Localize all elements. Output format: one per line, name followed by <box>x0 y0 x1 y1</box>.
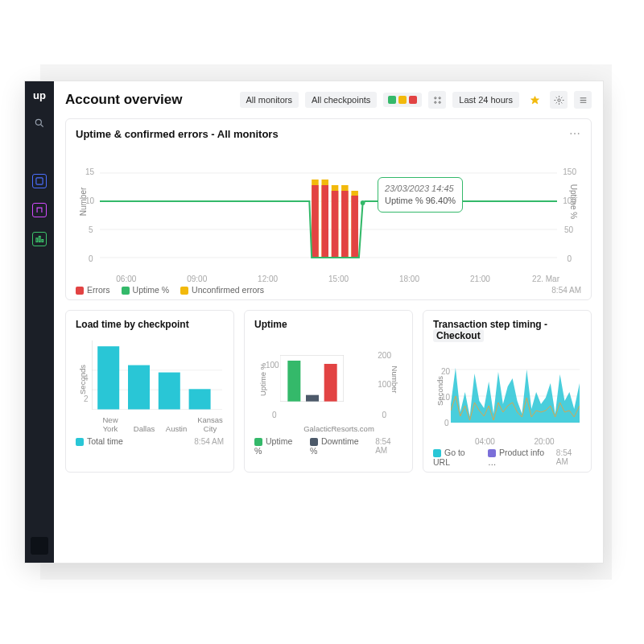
svg-line-1 <box>41 125 43 127</box>
nav-monitors-icon[interactable] <box>32 174 47 188</box>
svg-rect-41 <box>324 364 337 402</box>
svg-point-29 <box>361 200 365 205</box>
legend-total-time: Total time <box>76 436 123 446</box>
svg-rect-24 <box>332 191 339 258</box>
svg-point-7 <box>439 97 440 98</box>
legend-uptime: Uptime % <box>122 285 170 295</box>
svg-marker-10 <box>530 96 539 103</box>
svg-rect-20 <box>312 185 319 258</box>
svg-rect-34 <box>97 346 119 409</box>
panel-load-time: Load time by checkpoint Seconds 4 2 <box>65 310 234 473</box>
svg-point-8 <box>435 101 436 103</box>
status-swatch-red <box>409 96 417 104</box>
uptime-mini-chart[interactable]: Uptime % Number 100 0 200 100 0 <box>254 336 402 433</box>
header: Account overview All monitors All checkp… <box>54 81 603 118</box>
panel-menu-icon[interactable]: ⋯ <box>569 127 581 140</box>
legend-downtime-pct: Downtime % <box>310 436 364 456</box>
load-time-chart[interactable]: Seconds 4 2 <box>76 336 224 433</box>
search-icon[interactable] <box>32 116 47 130</box>
status-swatch-yellow <box>398 96 407 104</box>
settings-button[interactable] <box>550 91 568 109</box>
svg-rect-4 <box>39 237 40 242</box>
panel-timestamp: 8:54 AM <box>551 286 581 295</box>
uptime-errors-chart[interactable]: Number Uptime % 0 5 10 15 0 50 100 150 <box>76 145 581 282</box>
grid-view-button[interactable] <box>428 91 446 109</box>
panel-title: Uptime <box>254 319 402 330</box>
svg-point-6 <box>435 97 436 98</box>
svg-rect-37 <box>189 390 211 410</box>
panel-title: Load time by checkpoint <box>76 319 224 330</box>
svg-rect-36 <box>159 373 180 410</box>
legend-errors: Errors <box>76 285 110 295</box>
legend-goto-url: Go to URL <box>433 448 477 467</box>
menu-button[interactable] <box>574 91 592 109</box>
filter-monitors[interactable]: All monitors <box>240 92 299 108</box>
filter-checkpoints[interactable]: All checkpoints <box>305 92 377 108</box>
svg-rect-39 <box>287 361 300 402</box>
favorite-button[interactable] <box>526 91 543 109</box>
svg-point-11 <box>557 98 559 101</box>
svg-rect-2 <box>36 178 43 184</box>
legend-unconfirmed: Unconfirmed errors <box>180 285 264 295</box>
main-content: Account overview All monitors All checkp… <box>54 81 603 563</box>
sidebar: up <box>25 81 54 563</box>
svg-rect-5 <box>42 240 43 242</box>
app-window: up Account overview All monitors All che… <box>24 80 604 564</box>
panel-uptime-mini: Uptime Uptime % Number 100 0 200 100 0 <box>244 310 413 473</box>
svg-rect-3 <box>36 238 38 242</box>
page-title: Account overview <box>65 92 233 108</box>
status-swatch-green <box>388 96 396 104</box>
legend-uptime-pct: Uptime % <box>254 436 299 456</box>
logo[interactable]: up <box>31 89 47 101</box>
svg-rect-40 <box>306 395 319 402</box>
status-color-filter[interactable] <box>383 93 422 107</box>
svg-rect-26 <box>341 191 349 258</box>
svg-point-9 <box>439 101 440 103</box>
panel-uptime-errors: Uptime & confirmed errors - All monitors… <box>65 118 592 300</box>
transaction-chart[interactable]: Seconds 20 10 0 <box>433 348 581 444</box>
legend-product-info: Product info … <box>488 448 545 467</box>
panel-title: Uptime & confirmed errors - All monitors <box>76 128 279 140</box>
nav-alerts-icon[interactable] <box>32 203 47 217</box>
panel-title: Transaction step timing - Checkout <box>433 319 581 341</box>
svg-rect-35 <box>128 365 150 410</box>
panel-transaction: Transaction step timing - Checkout Secon… <box>423 310 592 473</box>
svg-point-0 <box>35 119 41 125</box>
svg-rect-28 <box>351 196 358 258</box>
chart-tooltip: 23/03/2023 14:45 Uptime % 96.40% <box>378 177 463 213</box>
sidebar-bottom-button[interactable] <box>31 537 48 555</box>
time-range-picker[interactable]: Last 24 hours <box>452 92 519 108</box>
svg-rect-22 <box>321 185 328 258</box>
nav-reports-icon[interactable] <box>32 232 47 246</box>
